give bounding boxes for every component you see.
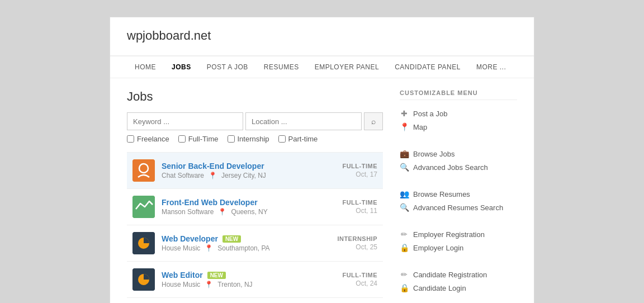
job-company: House Music (162, 244, 200, 252)
job-type: FULL-TIME (342, 272, 377, 278)
sidebar-employer-section: ✏ Employer Registration 🔒 Employer Login (400, 228, 517, 254)
sidebar: CUSTOMIZABLE MENU ✚ Post a Job 📍 Map 💼 B… (400, 89, 517, 303)
filter-parttime[interactable]: Part-time (278, 135, 318, 143)
nav-home[interactable]: HOME (127, 56, 164, 78)
filter-fulltime-checkbox[interactable] (178, 135, 186, 143)
filter-freelance-checkbox[interactable] (127, 135, 134, 143)
job-date: Oct, 11 (342, 207, 377, 215)
job-title[interactable]: Web Editor (162, 271, 203, 280)
job-title[interactable]: Web Developer (162, 234, 218, 243)
job-meta: House Music 📍 Southampton, PA (162, 244, 330, 252)
job-title-row: Web Editor NEW (162, 271, 335, 280)
location-input[interactable] (245, 112, 362, 130)
location-pin-icon: 📍 (218, 208, 226, 216)
job-location: Trenton, NJ (217, 281, 252, 288)
sidebar-link-map[interactable]: 📍 Map (400, 120, 517, 134)
filter-internship-checkbox[interactable] (228, 135, 235, 143)
job-item[interactable]: Web Developer NEW House Music 📍 Southamp… (127, 225, 383, 262)
job-title[interactable]: Front-End Web Developer (162, 198, 258, 207)
job-meta: House Music 📍 Trenton, NJ (162, 281, 335, 288)
job-title-row: Front-End Web Developer (162, 198, 335, 207)
sidebar-link-advanced-resumes-search[interactable]: 🔍 Advanced Resumes Search (400, 201, 517, 214)
nav-post-job[interactable]: POST A JOB (199, 56, 256, 78)
sidebar-link-employer-login[interactable]: 🔒 Employer Login (400, 241, 517, 254)
location-pin-icon: 📍 (205, 244, 213, 252)
sidebar-browse-section: 💼 Browse Jobs 🔍 Advanced Jobs Search (400, 147, 517, 174)
pencil-icon: ✏ (400, 270, 409, 279)
job-location: Queens, NY (231, 208, 267, 216)
sidebar-link-label: Post a Job (413, 110, 447, 118)
sidebar-link-label: Advanced Resumes Search (413, 203, 503, 212)
job-date: Oct, 17 (342, 171, 377, 178)
pencil-icon: ✏ (400, 230, 409, 239)
job-info: Web Developer NEW House Music 📍 Southamp… (162, 234, 330, 252)
job-right: FULL-TIME Oct, 24 (342, 272, 377, 287)
sidebar-customizable-menu: CUSTOMIZABLE MENU ✚ Post a Job 📍 Map (400, 89, 517, 134)
job-location: Southampton, PA (217, 244, 269, 252)
keyword-input[interactable] (127, 112, 243, 130)
filter-fulltime[interactable]: Full-Time (178, 135, 219, 143)
search-button[interactable]: ⌕ (364, 112, 383, 130)
plus-icon: ✚ (400, 109, 409, 118)
job-right: FULL-TIME Oct, 17 (342, 163, 377, 178)
job-right: FULL-TIME Oct, 11 (342, 199, 377, 215)
nav-candidate-panel[interactable]: CANDIDATE PANEL (387, 56, 468, 78)
job-type: FULL-TIME (342, 199, 377, 206)
location-pin-icon: 📍 (209, 172, 217, 179)
sidebar-link-candidate-login[interactable]: 🔒 Candidate Login (400, 281, 517, 295)
sidebar-link-label: Browse Resumes (413, 190, 470, 198)
sidebar-link-advanced-jobs-search[interactable]: 🔍 Advanced Jobs Search (400, 160, 517, 174)
nav-jobs[interactable]: JOBS (164, 56, 199, 78)
job-item[interactable]: Web Editor NEW House Music 📍 Trenton, NJ… (127, 262, 383, 298)
sidebar-link-label: Browse Jobs (413, 150, 454, 158)
svg-rect-0 (132, 159, 155, 182)
map-pin-icon: 📍 (400, 122, 409, 131)
job-logo (132, 232, 155, 254)
sidebar-link-post-job[interactable]: ✚ Post a Job (400, 107, 517, 120)
job-right: INTERNSHIP Oct, 25 (337, 235, 377, 251)
job-item[interactable]: Senior Back-End Developer Chat Software … (127, 153, 383, 189)
job-location: Jersey City, NJ (221, 172, 266, 179)
users-icon: 👥 (400, 190, 409, 198)
new-badge: NEW (222, 235, 241, 243)
location-pin-icon: 📍 (205, 281, 213, 288)
job-item[interactable]: Front-End Web Developer Manson Software … (127, 189, 383, 225)
job-logo (132, 196, 155, 218)
job-meta: Chat Software 📍 Jersey City, NJ (162, 172, 335, 179)
job-list: Senior Back-End Developer Chat Software … (127, 152, 383, 303)
job-item[interactable]: Software Engineer NEW PART-TIME (127, 298, 383, 303)
nav-resumes[interactable]: RESUMES (256, 56, 307, 78)
filter-freelance-label: Freelance (137, 135, 169, 143)
search-icon: 🔍 (400, 163, 409, 172)
filter-freelance[interactable]: Freelance (127, 135, 169, 143)
job-date: Oct, 25 (337, 243, 377, 251)
sidebar-link-label: Employer Login (413, 244, 463, 252)
main-nav: HOME JOBS POST A JOB RESUMES EMPLOYER PA… (110, 56, 534, 78)
job-type: FULL-TIME (342, 163, 377, 169)
job-title[interactable]: Senior Back-End Developer (162, 162, 264, 171)
job-logo (132, 159, 155, 182)
job-company: Chat Software (162, 172, 204, 179)
job-info: Front-End Web Developer Manson Software … (162, 198, 335, 216)
sidebar-link-candidate-registration[interactable]: ✏ Candidate Registration (400, 268, 517, 281)
lock-icon: 🔒 (400, 283, 409, 292)
sidebar-link-browse-jobs[interactable]: 💼 Browse Jobs (400, 147, 517, 160)
filter-internship[interactable]: Internship (228, 135, 269, 143)
job-info: Web Editor NEW House Music 📍 Trenton, NJ (162, 271, 335, 288)
job-logo (132, 268, 155, 291)
filter-parttime-checkbox[interactable] (278, 135, 286, 143)
sidebar-link-label: Advanced Jobs Search (413, 163, 488, 172)
job-title-row: Senior Back-End Developer (162, 162, 335, 171)
sidebar-link-browse-resumes[interactable]: 👥 Browse Resumes (400, 187, 517, 201)
briefcase-icon: 💼 (400, 149, 409, 158)
search-icon: 🔍 (400, 203, 409, 212)
job-company: House Music (162, 281, 200, 288)
main-column: Jobs ⌕ Freelance Full-Time In (127, 89, 383, 303)
nav-more[interactable]: MORE ... (468, 56, 514, 78)
new-badge: NEW (207, 272, 226, 279)
job-title-row: Web Developer NEW (162, 234, 330, 243)
sidebar-link-employer-registration[interactable]: ✏ Employer Registration (400, 228, 517, 241)
filter-parttime-label: Part-time (288, 135, 318, 143)
sidebar-link-label: Map (413, 123, 427, 131)
nav-employer-panel[interactable]: EMPLOYER PANEL (307, 56, 387, 78)
